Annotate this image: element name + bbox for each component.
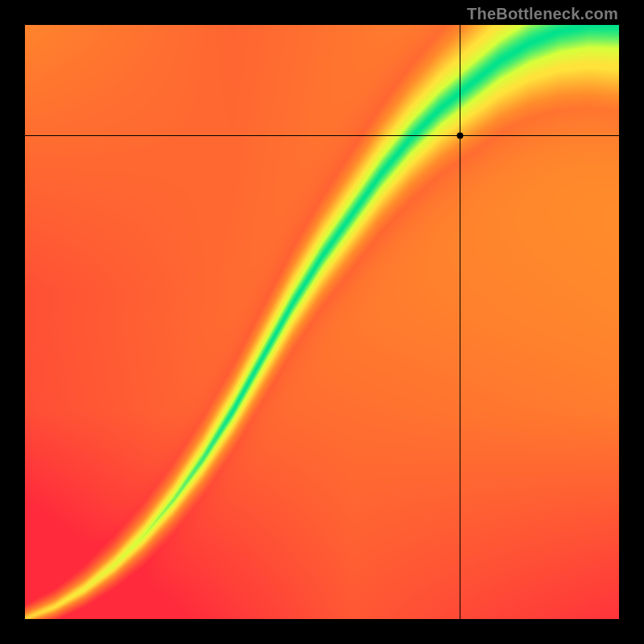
chart-frame: TheBottleneck.com: [0, 0, 644, 644]
heatmap-plot: [25, 25, 619, 619]
heatmap-canvas: [25, 25, 619, 619]
watermark-text: TheBottleneck.com: [467, 5, 618, 23]
